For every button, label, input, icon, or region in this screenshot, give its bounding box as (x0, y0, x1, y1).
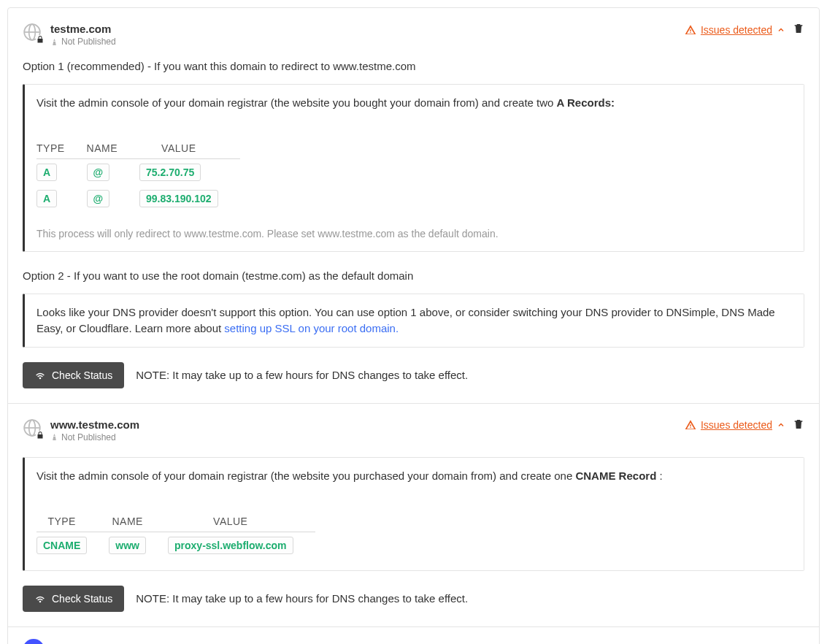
cname-instruction-box: Visit the admin console of your domain r… (23, 457, 804, 571)
th-type: TYPE (36, 511, 109, 532)
record-name-pill: @ (87, 164, 110, 181)
panel-header: testme.com Not Published Issues detected (23, 23, 804, 47)
issues-detected-link[interactable]: Issues detected (685, 419, 785, 431)
svg-point-3 (39, 377, 40, 378)
record-type-pill: A (36, 164, 57, 181)
record-value-pill: proxy-ssl.webflow.com (168, 537, 293, 554)
chevron-up-icon (777, 26, 785, 34)
ssl-link[interactable]: setting up SSL on your root domain. (224, 322, 399, 334)
header-right: Issues detected (685, 418, 804, 432)
rocket-icon (50, 433, 58, 441)
dns-records-table: TYPE NAME VALUE A @ 75.2.70.75 A @ 99.83… (36, 138, 240, 212)
instruction-text: Visit the admin console of your domain r… (36, 96, 792, 109)
domain-info: testme.com Not Published (50, 23, 116, 47)
domain-panel: testme.com Not Published Issues detected (8, 8, 819, 404)
action-note: NOTE: It may take up to a few hours for … (136, 592, 468, 605)
record-name-pill: @ (87, 190, 110, 207)
table-row: A @ 75.2.70.75 (36, 159, 240, 186)
th-value: VALUE (168, 511, 315, 532)
th-value: VALUE (139, 138, 240, 159)
header-right: Issues detected (685, 23, 804, 37)
globe-icon (23, 418, 42, 437)
delete-button[interactable] (793, 23, 804, 37)
action-note: NOTE: It may take up to a few hours for … (136, 369, 468, 381)
action-row: Check Status NOTE: It may take up to a f… (23, 362, 804, 388)
check-status-button[interactable]: Check Status (23, 362, 124, 388)
instruction-note: This process will only redirect to www.t… (36, 228, 792, 239)
wifi-icon (34, 593, 46, 605)
issues-detected-link[interactable]: Issues detected (685, 24, 785, 36)
instruction-text: Visit the admin console of your domain r… (36, 469, 792, 482)
th-name: NAME (109, 511, 168, 532)
add-domain-row: Add a Custom Domain (8, 627, 819, 645)
record-value-pill: 99.83.190.102 (139, 190, 218, 207)
option2-box: Looks like your DNS provider doesn't sup… (23, 294, 804, 348)
wifi-icon (34, 369, 46, 381)
domain-name: testme.com (50, 23, 116, 35)
domain-name: www.testme.com (50, 418, 139, 431)
rocket-icon (50, 38, 58, 46)
option2-title: Option 2 - If you want to use the root d… (23, 269, 804, 282)
record-type-pill: A (36, 190, 57, 207)
warning-icon (685, 24, 696, 36)
th-name: NAME (87, 138, 139, 159)
domain-settings-container: testme.com Not Published Issues detected (7, 7, 820, 644)
record-value-pill: 75.2.70.75 (139, 164, 201, 181)
delete-button[interactable] (793, 418, 804, 432)
record-type-pill: CNAME (36, 537, 87, 554)
header-left: www.testme.com Not Published (23, 418, 139, 442)
lock-icon (36, 431, 45, 440)
action-row: Check Status NOTE: It may take up to a f… (23, 586, 804, 612)
svg-point-7 (39, 601, 40, 602)
domain-info: www.testme.com Not Published (50, 418, 139, 442)
publish-status: Not Published (50, 37, 116, 47)
table-row: CNAME www proxy-ssl.webflow.com (36, 532, 315, 559)
th-type: TYPE (36, 138, 87, 159)
add-domain-button[interactable] (23, 639, 45, 645)
table-row: A @ 99.83.190.102 (36, 185, 240, 212)
globe-icon (23, 23, 42, 42)
warning-icon (685, 419, 696, 431)
lock-icon (36, 35, 45, 44)
option1-title: Option 1 (recommended) - If you want thi… (23, 60, 804, 72)
header-left: testme.com Not Published (23, 23, 116, 47)
domain-panel: www.testme.com Not Published Issues dete… (8, 404, 819, 627)
record-name-pill: www (109, 537, 146, 554)
panel-header: www.testme.com Not Published Issues dete… (23, 418, 804, 442)
publish-status: Not Published (50, 432, 139, 442)
option1-instruction-box: Visit the admin console of your domain r… (23, 84, 804, 252)
dns-records-table: TYPE NAME VALUE CNAME www proxy-ssl.webf… (36, 511, 315, 559)
chevron-up-icon (777, 421, 785, 429)
check-status-button[interactable]: Check Status (23, 586, 124, 612)
